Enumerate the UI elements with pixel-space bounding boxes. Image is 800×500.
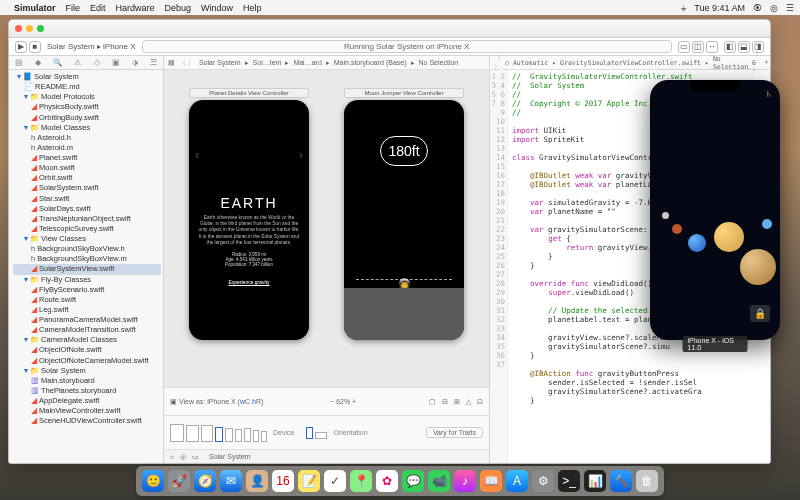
dock-mail-icon[interactable]: ✉︎ [220, 470, 242, 492]
device-picker[interactable] [170, 424, 267, 442]
siri-icon[interactable]: ◎ [770, 3, 778, 13]
window-minimize-button[interactable] [26, 25, 33, 32]
menu-window[interactable]: Window [201, 3, 233, 13]
dock-activity-icon[interactable]: 📊 [584, 470, 606, 492]
menubar-clock[interactable]: Tue 9:41 AM [694, 3, 745, 13]
simulator-screen[interactable] [654, 84, 776, 336]
embed-in-button[interactable]: ▢ [429, 398, 436, 406]
nav-item[interactable]: ◢ SolarDays.swift [13, 204, 161, 214]
nav-tab-breakpoint-icon[interactable]: ⬗ [132, 58, 138, 67]
nav-item[interactable]: ▥ Main.storyboard [13, 376, 161, 386]
view-as-toggle[interactable]: ▣ View as: iPhone X (wC hR) [170, 398, 263, 406]
notification-center-icon[interactable]: ☰ [786, 3, 794, 13]
nav-item[interactable]: ▥ ThePlanets.storyboard [13, 386, 161, 396]
nav-item[interactable]: ▾ 📁 Model Protocols [13, 92, 161, 102]
nav-item[interactable]: ◢ ObjectOfNote.swift [13, 345, 161, 355]
experience-gravity-link[interactable]: Experience gravity [189, 279, 309, 285]
scene-planet-details[interactable]: Planet Details View Controller ‹ › EARTH… [189, 100, 309, 340]
breadcrumb-scheme[interactable]: Solar System [209, 453, 251, 460]
nav-tab-find-icon[interactable]: 🔍 [53, 58, 62, 67]
toggle-debug-button[interactable]: ⬓ [738, 41, 750, 53]
nav-item[interactable]: ◢ SolarSystemView.swift [13, 264, 161, 274]
menu-file[interactable]: File [66, 3, 81, 13]
nav-item[interactable]: ◢ Route.swift [13, 295, 161, 305]
ios-simulator-window[interactable]: ♄ 🔒 iPhone X - iOS 11.0 [650, 80, 780, 340]
nav-item[interactable]: ▾ 📁 Fly-By Classes [13, 275, 161, 285]
nav-item[interactable]: h BackgroundSkyBoxView.m [13, 254, 161, 264]
add-assistant-icon[interactable]: ＋ [763, 58, 770, 67]
vary-for-traits-button[interactable]: Vary for Traits [426, 427, 483, 438]
nav-item[interactable]: ▾ 📁 Model Classes [13, 123, 161, 133]
nav-item[interactable]: ◢ TransNeptunianObject.swift [13, 214, 161, 224]
pin-button[interactable]: ⊞ [454, 398, 460, 406]
dock-preferences-icon[interactable]: ⚙︎ [532, 470, 554, 492]
align-button[interactable]: ⊟ [442, 398, 448, 406]
nav-item[interactable]: ▾ 📘 Solar System [13, 72, 161, 82]
resolve-button[interactable]: △ [466, 398, 471, 406]
zoom-out-button[interactable]: − [330, 398, 334, 405]
assistant-jump-bar[interactable]: 〈 〉 ◯ Automatic ▸ GravitySimulatorViewCo… [490, 56, 770, 70]
stop-button[interactable]: ■ [29, 41, 41, 53]
nav-tab-test-icon[interactable]: ◇ [94, 58, 100, 67]
nav-tab-issue-icon[interactable]: ⚠ [74, 58, 81, 67]
nav-item[interactable]: ◢ Planet.swift [13, 153, 161, 163]
nav-item[interactable]: ◢ PhysicsBody.swift [13, 102, 161, 112]
dock-launchpad-icon[interactable]: 🚀 [168, 470, 190, 492]
stack-button[interactable]: ⊡ [477, 398, 483, 406]
standard-editor-button[interactable]: ▭ [678, 41, 690, 53]
nav-tab-project-icon[interactable]: ▤ [15, 58, 23, 67]
nav-item[interactable]: ◢ Orbit.swift [13, 173, 161, 183]
auto-icon[interactable]: ◎ [180, 453, 186, 461]
nav-item[interactable]: ◢ MainViewController.swift [13, 406, 161, 416]
filter-icon[interactable]: ⌕ [170, 453, 174, 460]
window-zoom-button[interactable] [37, 25, 44, 32]
dock-calendar-icon[interactable]: 16 [272, 470, 294, 492]
nav-item[interactable]: 📄 README.md [13, 82, 161, 92]
menubar-app-name[interactable]: Simulator [14, 3, 56, 13]
dock-ibooks-icon[interactable]: 📖 [480, 470, 502, 492]
dock-contacts-icon[interactable]: 👤 [246, 470, 268, 492]
nav-item[interactable]: ◢ Leg.swift [13, 305, 161, 315]
dock-appstore-icon[interactable]: A [506, 470, 528, 492]
circle-icon[interactable]: ◯ [505, 59, 509, 67]
dock-facetime-icon[interactable]: 📹 [428, 470, 450, 492]
dock-maps-icon[interactable]: 📍 [350, 470, 372, 492]
dock-trash-icon[interactable]: 🗑 [636, 470, 658, 492]
wifi-icon[interactable]: ⏚ [681, 3, 686, 13]
nav-item[interactable]: ◢ SceneHUDViewController.swift [13, 416, 161, 426]
nav-item[interactable]: ◢ AppDelegate.swift [13, 396, 161, 406]
menu-help[interactable]: Help [243, 3, 262, 13]
nav-item[interactable]: ◢ Moon.swift [13, 163, 161, 173]
storyboard-canvas[interactable]: Planet Details View Controller ‹ › EARTH… [164, 70, 489, 387]
window-close-button[interactable] [15, 25, 22, 32]
nav-item[interactable]: ◢ TelescopicSurvey.swift [13, 224, 161, 234]
nav-item[interactable]: h Asteroid.h [13, 133, 161, 143]
nav-item[interactable]: ◢ ObjectOfNoteCameraModel.swift [13, 356, 161, 366]
dock-finder-icon[interactable]: 🙂 [142, 470, 164, 492]
scope-icon[interactable]: ▭ [192, 453, 199, 461]
nav-item[interactable]: h Asteroid.m [13, 143, 161, 153]
menu-hardware[interactable]: Hardware [116, 3, 155, 13]
dock-reminders-icon[interactable]: ✓ [324, 470, 346, 492]
assistant-editor-button[interactable]: ◫ [692, 41, 704, 53]
nav-item[interactable]: ◢ CameraModelTransition.swift [13, 325, 161, 335]
menu-edit[interactable]: Edit [90, 3, 106, 13]
dock-messages-icon[interactable]: 💬 [402, 470, 424, 492]
scheme-selector[interactable]: Solar System ▸ iPhone X [47, 42, 136, 51]
run-button[interactable]: ▶ [15, 41, 27, 53]
version-editor-button[interactable]: ↔ [706, 41, 718, 53]
dock-itunes-icon[interactable]: ♪ [454, 470, 476, 492]
nav-tab-symbol-icon[interactable]: ◆ [35, 58, 41, 67]
dock-photos-icon[interactable]: ✿ [376, 470, 398, 492]
nav-item[interactable]: ◢ FlyByScenario.swift [13, 285, 161, 295]
spotlight-icon[interactable]: ⦿ [753, 3, 762, 13]
nav-item[interactable]: ▾ 📁 View Classes [13, 234, 161, 244]
nav-item[interactable]: ◢ SolarSystem.swift [13, 183, 161, 193]
nav-item[interactable]: ▾ 📁 CameraModel Classes [13, 335, 161, 345]
dock-xcode-icon[interactable]: 🔨 [610, 470, 632, 492]
nav-item[interactable]: ◢ Star.swift [13, 194, 161, 204]
scene-moon-jumper[interactable]: Moon Jumper View Controller 180ft 👨‍🚀 [344, 100, 464, 340]
nav-item[interactable]: ◢ OrbitingBody.swift [13, 113, 161, 123]
orientation-picker[interactable] [306, 427, 327, 439]
menu-debug[interactable]: Debug [165, 3, 192, 13]
